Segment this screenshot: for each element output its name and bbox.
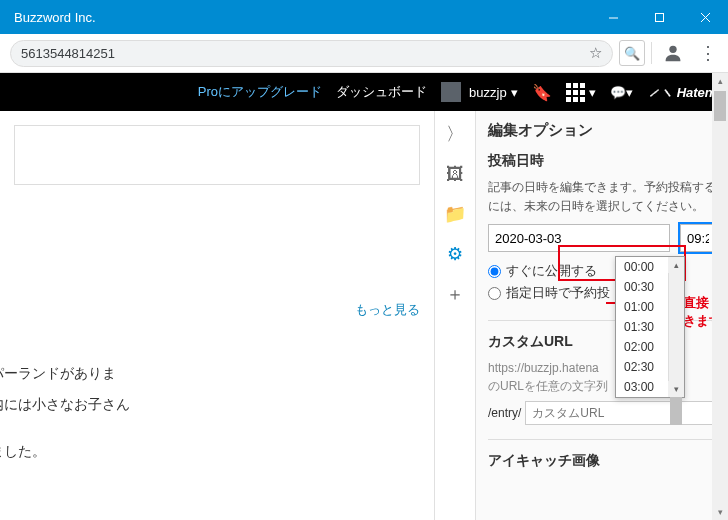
date-input[interactable] [488,224,670,252]
scroll-down-icon[interactable]: ▾ [668,381,684,397]
section-heading-datetime: 投稿日時 [488,152,716,170]
browser-address-bar: 5613544814251 ☆ 🔍 ⋮ [0,34,728,73]
scroll-up-icon[interactable]: ▴ [712,73,728,89]
hatena-logo[interactable]: ⟋⟍ Hatena [647,85,720,100]
editor-block[interactable] [14,125,420,185]
scroll-down-icon[interactable]: ▾ [712,504,728,520]
plus-icon[interactable]: ＋ [434,275,476,313]
radio-publish-now-input[interactable] [488,265,501,278]
editor-main-area: もっと見る パーランドがありま 内には小さなお子さん ました。 [0,111,434,520]
scroll-up-icon[interactable]: ▴ [668,257,684,273]
chevron-right-icon[interactable]: 〉 [434,115,476,153]
address-text: 5613544814251 [21,46,115,61]
chat-nav-icon[interactable]: 💬▾ [610,85,633,100]
image-icon[interactable]: 🖼 [434,155,476,193]
gear-icon[interactable]: ⚙ [434,235,476,273]
window-maximize-button[interactable] [636,0,682,34]
user-avatar-icon [441,82,461,102]
window-title: Buzzword Inc. [14,10,96,25]
window-titlebar: Buzzword Inc. [0,0,728,34]
dropdown-scrollbar[interactable] [668,257,684,397]
address-input[interactable]: 5613544814251 ☆ [10,40,613,67]
bookmark-nav-icon[interactable]: 🔖 [532,83,552,102]
datetime-section: 投稿日時 記事の日時を編集できます。予約投稿するには、未来の日時を選択してくださ… [488,152,716,321]
custom-url-input[interactable] [525,401,716,425]
apps-grid-icon[interactable]: ▾ [566,83,596,102]
bookmark-star-icon[interactable]: ☆ [589,44,602,62]
side-icon-rail: 〉 🖼 📁 ⚙ ＋ [434,111,476,520]
panel-title: 編集オプション [488,121,716,140]
radio-schedule-input[interactable] [488,287,501,300]
chevron-down-icon: ▾ [511,85,518,100]
section-heading-eyecatch: アイキャッチ画像 [488,452,716,470]
svg-point-4 [669,46,676,53]
content-text: ました。 [0,439,390,464]
scroll-thumb[interactable] [670,397,682,425]
more-link[interactable]: もっと見る [355,301,420,319]
window-close-button[interactable] [682,0,728,34]
url-prefix-label: /entry/ [488,406,521,420]
chevron-down-icon: ▾ [589,85,596,100]
eyecatch-section: アイキャッチ画像 [488,452,716,470]
dashboard-link[interactable]: ダッシュボード [336,83,427,101]
browser-menu-icon[interactable]: ⋮ [694,42,722,64]
scroll-thumb[interactable] [714,91,726,121]
datetime-description: 記事の日時を編集できます。予約投稿するには、未来の日時を選択してください。 [488,178,716,216]
site-topnav: Proにアップグレード ダッシュボード buzzjp ▾ 🔖 ▾ 💬▾ ⟋⟍ H… [0,73,728,111]
user-menu[interactable]: buzzjp ▾ [441,82,518,102]
extension-icon[interactable]: 🔍 [619,40,645,66]
svg-rect-1 [655,13,663,21]
content-text: 内には小さなお子さん [0,392,390,417]
profile-avatar-icon[interactable] [658,38,688,68]
time-dropdown[interactable]: 00:00 00:30 01:00 01:30 02:00 02:30 03:0… [615,256,685,398]
page-scrollbar[interactable]: ▴ ▾ [712,73,728,520]
username-label: buzzjp [469,85,507,100]
folder-icon[interactable]: 📁 [434,195,476,233]
upgrade-pro-link[interactable]: Proにアップグレード [198,83,322,101]
time-input[interactable] [680,224,716,252]
window-minimize-button[interactable] [590,0,636,34]
content-text: パーランドがありま [0,361,390,386]
